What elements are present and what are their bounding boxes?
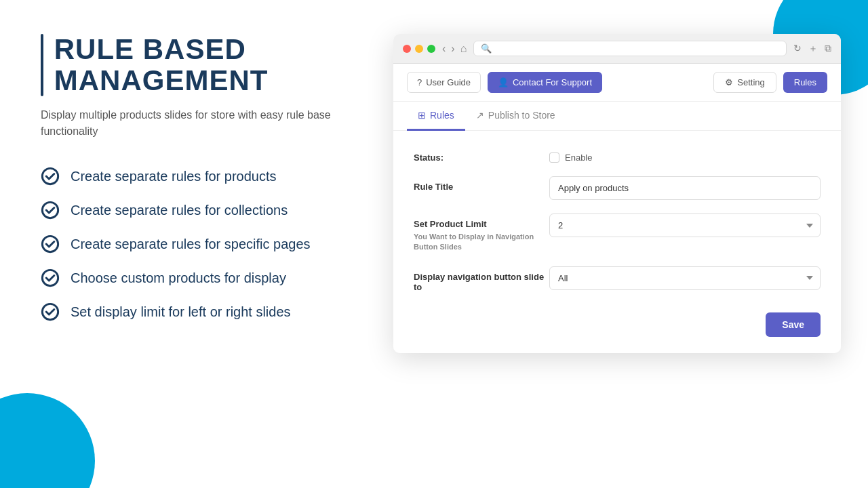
toolbar-left: ? User Guide 👤 Contact For Support (407, 72, 602, 93)
app-toolbar: ? User Guide 👤 Contact For Support ⚙ Set… (393, 64, 841, 102)
title-bar (41, 34, 43, 96)
feature-item-5: Set display limit for left or right slid… (41, 302, 366, 321)
rule-title-input[interactable] (549, 176, 821, 200)
user-guide-label: User Guide (426, 77, 471, 87)
browser-nav: ‹ › ⌂ (442, 43, 467, 55)
feature-list: Create separate rules for products Creat… (41, 167, 366, 321)
address-bar[interactable]: 🔍 (473, 41, 787, 56)
browser-window: ‹ › ⌂ 🔍 ↻ ＋ ⧉ ? User Guide (393, 34, 841, 353)
rule-title-row: Rule Title (414, 176, 821, 200)
nav-forward[interactable]: › (451, 43, 454, 55)
page-title-wrapper: RULE BASED MANAGEMENT (41, 34, 366, 96)
nav-slide-row: Display navigation button slide to All L… (414, 266, 821, 292)
add-tab-icon[interactable]: ＋ (808, 43, 818, 55)
nav-slide-label: Display navigation button slide to (414, 266, 549, 292)
nav-home[interactable]: ⌂ (460, 43, 467, 55)
product-limit-label: Set Product Limit You Want to Display in… (414, 214, 549, 253)
form-footer: Save (414, 306, 821, 337)
publish-tab-label: Publish to Store (488, 110, 555, 121)
feature-text: Create separate rules for specific pages (71, 237, 311, 252)
feature-text: Choose custom products for display (71, 270, 286, 286)
rule-title-control (549, 176, 821, 200)
save-button[interactable]: Save (766, 312, 821, 337)
traffic-light-green[interactable] (427, 45, 435, 53)
browser-actions: ↻ ＋ ⧉ (793, 43, 831, 55)
status-row: Status: Enable (414, 147, 821, 163)
contact-support-button[interactable]: 👤 Contact For Support (488, 72, 602, 93)
search-icon: 🔍 (481, 43, 492, 54)
main-layout: RULE BASED MANAGEMENT Display multiple p… (0, 0, 868, 488)
rules-button[interactable]: Rules (783, 72, 827, 93)
contact-icon: 👤 (498, 77, 509, 87)
check-icon (41, 201, 60, 220)
status-control: Enable (549, 147, 821, 163)
rules-label: Rules (794, 77, 816, 87)
traffic-light-red[interactable] (403, 45, 411, 53)
nav-slide-control: All Left Right (549, 266, 821, 290)
rules-tab-icon: ⊞ (418, 110, 426, 121)
product-limit-row: Set Product Limit You Want to Display in… (414, 214, 821, 253)
feature-text: Create separate rules for products (71, 169, 277, 184)
product-limit-helper: You Want to Display in Navigation Button… (414, 232, 549, 253)
publish-tab-icon: ↗ (476, 110, 484, 121)
user-guide-button[interactable]: ? User Guide (407, 72, 481, 93)
check-icon (41, 268, 60, 287)
svg-point-2 (42, 237, 58, 252)
product-limit-control: 2 3 4 5 (549, 214, 821, 237)
page-title: RULE BASED MANAGEMENT (54, 34, 366, 96)
svg-point-4 (42, 304, 58, 320)
svg-point-0 (42, 169, 58, 184)
feature-item-1: Create separate rules for products (41, 167, 366, 186)
feature-item-2: Create separate rules for collections (41, 201, 366, 220)
setting-label: Setting (737, 77, 764, 87)
feature-text: Set display limit for left or right slid… (71, 304, 291, 320)
status-label: Status: (414, 147, 549, 163)
left-panel: RULE BASED MANAGEMENT Display multiple p… (41, 34, 393, 321)
enable-checkbox[interactable] (549, 152, 559, 163)
product-limit-select[interactable]: 2 3 4 5 (549, 214, 821, 237)
tab-rules[interactable]: ⊞ Rules (407, 102, 465, 131)
user-guide-icon: ? (417, 77, 422, 87)
feature-item-4: Choose custom products for display (41, 268, 366, 287)
check-icon (41, 167, 60, 186)
gear-icon: ⚙ (725, 77, 733, 87)
more-icon[interactable]: ⧉ (825, 43, 831, 55)
app-content: Status: Enable Rule Title (393, 131, 841, 353)
app-tabs: ⊞ Rules ↗ Publish to Store (393, 102, 841, 131)
refresh-icon[interactable]: ↻ (793, 43, 802, 55)
browser-chrome: ‹ › ⌂ 🔍 ↻ ＋ ⧉ (393, 34, 841, 64)
toolbar-right: ⚙ Setting Rules (713, 72, 827, 93)
tab-publish[interactable]: ↗ Publish to Store (465, 102, 566, 131)
check-icon (41, 235, 60, 253)
nav-back[interactable]: ‹ (442, 43, 446, 55)
contact-support-label: Contact For Support (513, 77, 592, 87)
traffic-light-yellow[interactable] (415, 45, 423, 53)
feature-item-3: Create separate rules for specific pages (41, 235, 366, 253)
status-checkbox-row: Enable (549, 147, 821, 163)
page-subtitle: Display multiple products slides for sto… (41, 107, 366, 140)
svg-point-3 (42, 270, 58, 286)
nav-slide-select[interactable]: All Left Right (549, 266, 821, 290)
right-panel: ‹ › ⌂ 🔍 ↻ ＋ ⧉ ? User Guide (393, 34, 841, 353)
svg-point-1 (42, 203, 58, 218)
feature-text: Create separate rules for collections (71, 203, 288, 218)
rule-title-label: Rule Title (414, 176, 549, 192)
setting-button[interactable]: ⚙ Setting (713, 72, 776, 93)
check-icon (41, 302, 60, 321)
enable-label: Enable (565, 152, 592, 163)
traffic-lights (403, 45, 435, 53)
rules-tab-label: Rules (430, 110, 454, 121)
